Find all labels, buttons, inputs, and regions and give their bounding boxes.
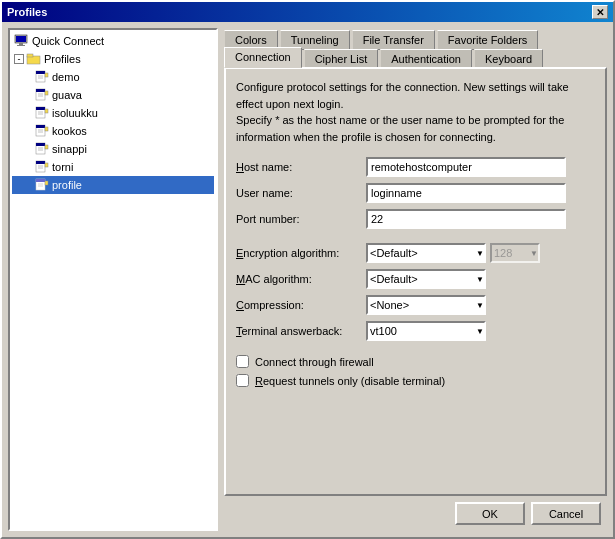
mac-label: MAC algorithm: (236, 273, 366, 285)
encryption-select[interactable]: <Default> AES 3DES (366, 243, 486, 263)
profile-icon-guava (34, 87, 50, 103)
svg-rect-7 (36, 71, 45, 74)
port-number-label: Port number: (236, 213, 366, 225)
encryption-row: Encryption algorithm: <Default> AES 3DES (236, 243, 595, 263)
demo-label: demo (52, 71, 80, 83)
quick-connect-label: Quick Connect (32, 35, 104, 47)
encryption-dropdown-container: <Default> AES 3DES 128 192 256 (366, 243, 540, 263)
svg-rect-5 (27, 54, 33, 57)
description-text: Configure protocol settings for the conn… (236, 79, 595, 145)
isoluukku-label: isoluukku (52, 107, 98, 119)
tree-panel: Quick Connect - Profiles (8, 28, 218, 531)
svg-rect-22 (36, 125, 45, 128)
title-bar: Profiles ✕ (2, 2, 613, 22)
window-title: Profiles (7, 6, 47, 18)
profile-icon-sinappi (34, 141, 50, 157)
tab-row-1: Colors Tunneling File Transfer Favorite … (224, 28, 607, 48)
encryption-select-wrapper: <Default> AES 3DES (366, 243, 486, 263)
user-name-input[interactable] (366, 183, 566, 203)
firewall-label: Connect through firewall (255, 356, 374, 368)
svg-rect-20 (45, 109, 48, 113)
torni-label: torni (52, 161, 73, 173)
svg-rect-30 (45, 145, 48, 149)
tabs-container: Colors Tunneling File Transfer Favorite … (224, 28, 607, 67)
guava-label: guava (52, 89, 82, 101)
port-number-input[interactable] (366, 209, 566, 229)
compression-label: Compression: (236, 299, 366, 311)
close-button[interactable]: ✕ (592, 5, 608, 19)
svg-rect-27 (36, 143, 45, 146)
host-name-input[interactable] (366, 157, 566, 177)
svg-rect-25 (45, 127, 48, 131)
collapse-icon[interactable]: - (14, 54, 24, 64)
bottom-bar: OK Cancel (224, 496, 607, 531)
tree-item-isoluukku[interactable]: isoluukku (12, 104, 214, 122)
folder-icon (26, 51, 42, 67)
tab-connection[interactable]: Connection (224, 47, 302, 68)
compression-select-wrapper: <None> zlib (366, 295, 486, 315)
host-name-label: Host name: (236, 161, 366, 173)
user-name-row: User name: (236, 183, 595, 203)
terminal-select-wrapper: vt100 xterm vt220 (366, 321, 486, 341)
profile-icon-isoluukku (34, 105, 50, 121)
svg-rect-3 (17, 45, 25, 46)
bits-select-wrapper: 128 192 256 (490, 243, 540, 263)
mac-row: MAC algorithm: <Default> HMAC-SHA1 HMAC-… (236, 269, 595, 289)
tree-item-sinappi[interactable]: sinappi (12, 140, 214, 158)
tree-item-profiles[interactable]: - Profiles (12, 50, 214, 68)
content-area: Quick Connect - Profiles (2, 22, 613, 537)
tab-panel-connection: Configure protocol settings for the conn… (224, 67, 607, 496)
svg-rect-32 (36, 161, 45, 164)
computer-icon (14, 33, 30, 49)
profile-icon-kookos (34, 123, 50, 139)
mac-select[interactable]: <Default> HMAC-SHA1 HMAC-MD5 (366, 269, 486, 289)
svg-rect-15 (45, 91, 48, 95)
tab-file-transfer[interactable]: File Transfer (352, 30, 435, 50)
tree-item-profile[interactable]: profile (12, 176, 214, 194)
profile-icon-profile (34, 177, 50, 193)
mac-select-wrapper: <Default> HMAC-SHA1 HMAC-MD5 (366, 269, 486, 289)
port-number-row: Port number: (236, 209, 595, 229)
host-name-row: Host name: (236, 157, 595, 177)
tree-item-quick-connect[interactable]: Quick Connect (12, 32, 214, 50)
svg-rect-1 (16, 36, 26, 42)
profile-icon-demo (34, 69, 50, 85)
cancel-button[interactable]: Cancel (531, 502, 601, 525)
bits-select[interactable]: 128 192 256 (490, 243, 540, 263)
tree-item-torni[interactable]: torni (12, 158, 214, 176)
svg-rect-37 (36, 179, 45, 182)
terminal-row: Terminal answerback: vt100 xterm vt220 (236, 321, 595, 341)
user-name-label: User name: (236, 187, 366, 199)
ok-button[interactable]: OK (455, 502, 525, 525)
terminal-select[interactable]: vt100 xterm vt220 (366, 321, 486, 341)
tunnels-row: Request tunnels only (disable terminal) (236, 374, 595, 387)
svg-rect-40 (45, 181, 48, 185)
compression-row: Compression: <None> zlib (236, 295, 595, 315)
tree-item-demo[interactable]: demo (12, 68, 214, 86)
right-panel: Colors Tunneling File Transfer Favorite … (224, 28, 607, 531)
terminal-label: Terminal answerback: (236, 325, 366, 337)
svg-rect-12 (36, 89, 45, 92)
profiles-window: Profiles ✕ Quick Connect - (0, 0, 615, 539)
encryption-label: Encryption algorithm: (236, 247, 366, 259)
tree-item-kookos[interactable]: kookos (12, 122, 214, 140)
svg-rect-10 (45, 73, 48, 77)
svg-rect-35 (45, 163, 48, 167)
profile-icon-torni (34, 159, 50, 175)
tunnels-label: Request tunnels only (disable terminal) (255, 375, 445, 387)
kookos-label: kookos (52, 125, 87, 137)
tree-item-guava[interactable]: guava (12, 86, 214, 104)
firewall-row: Connect through firewall (236, 355, 595, 368)
svg-rect-2 (19, 43, 23, 45)
profiles-label: Profiles (44, 53, 81, 65)
compression-select[interactable]: <None> zlib (366, 295, 486, 315)
tab-favorite-folders[interactable]: Favorite Folders (437, 30, 538, 50)
svg-rect-17 (36, 107, 45, 110)
tab-row-2: Connection Cipher List Authentication Ke… (224, 47, 607, 68)
profile-label: profile (52, 179, 82, 191)
tunnels-checkbox[interactable] (236, 374, 249, 387)
firewall-checkbox[interactable] (236, 355, 249, 368)
sinappi-label: sinappi (52, 143, 87, 155)
